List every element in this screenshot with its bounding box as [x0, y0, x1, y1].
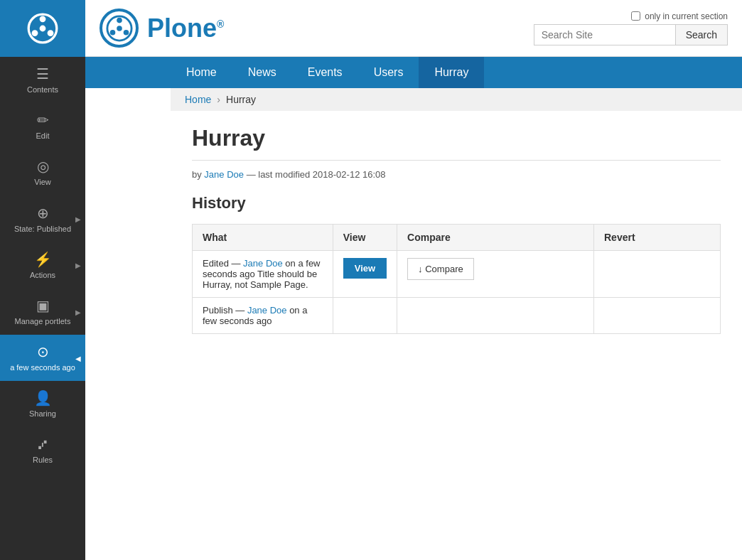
sidebar-item-history-label: a few seconds ago	[10, 363, 75, 372]
state-icon: ⊕	[37, 205, 49, 222]
nav-news[interactable]: News	[232, 57, 292, 88]
sidebar-item-history[interactable]: ⊙ a few seconds ago ◀	[0, 335, 85, 381]
sidebar-top-icon	[0, 0, 85, 57]
nav-users[interactable]: Users	[358, 57, 419, 88]
page-meta: by Jane Doe — last modified 2018-02-12 1…	[192, 169, 721, 180]
logo-icon	[100, 9, 139, 48]
row2-author-link[interactable]: Jane Doe	[247, 305, 287, 316]
nav-events[interactable]: Events	[292, 57, 358, 88]
row1-what: Edited — Jane Doe on a few seconds ago T…	[193, 251, 333, 298]
sidebar-item-rules-label: Rules	[33, 456, 53, 465]
sidebar-item-state-label: State: Published	[14, 225, 71, 234]
history-chevron-icon: ◀	[75, 354, 81, 362]
meta-author[interactable]: Jane Doe	[204, 169, 244, 180]
only-in-section-checkbox[interactable]	[631, 11, 640, 21]
sidebar-item-edit-label: Edit	[36, 131, 50, 141]
row2-what: Publish — Jane Doe on a few seconds ago	[193, 298, 333, 334]
row1-view: View	[333, 251, 397, 298]
sidebar-item-contents[interactable]: ☰ Contents	[0, 57, 85, 103]
row2-view	[333, 298, 397, 334]
page-title: Hurray	[192, 125, 721, 161]
svg-point-1	[40, 26, 46, 32]
svg-point-9	[109, 29, 115, 35]
table-row: Publish — Jane Doe on a few seconds ago	[193, 298, 721, 334]
breadcrumb-current: Hurray	[226, 94, 256, 105]
svg-point-2	[40, 16, 46, 22]
search-input-row: Search	[534, 24, 728, 45]
page-content: Hurray by Jane Doe — last modified 2018-…	[171, 111, 742, 348]
sidebar-item-view[interactable]: ◎ View	[0, 149, 85, 195]
history-icon: ⊙	[37, 343, 49, 360]
row1-author-link[interactable]: Jane Doe	[243, 258, 283, 269]
view-icon: ◎	[37, 158, 49, 175]
sidebar-item-actions[interactable]: ⚡ Actions ▶	[0, 242, 85, 289]
only-in-section-label: only in current section	[645, 11, 728, 21]
manage-portlets-icon: ▣	[36, 297, 50, 314]
edit-icon: ✏	[37, 112, 49, 129]
table-row: Edited — Jane Doe on a few seconds ago T…	[193, 251, 721, 298]
sidebar-item-view-label: View	[34, 178, 51, 187]
svg-point-7	[117, 17, 122, 23]
row2-revert	[593, 298, 720, 334]
logo-area: Plone®	[100, 9, 534, 48]
actions-icon: ⚡	[34, 251, 52, 268]
sidebar-item-sharing[interactable]: 👤 Sharing	[0, 381, 85, 427]
col-what: What	[193, 225, 333, 251]
nav-hurray[interactable]: Hurray	[419, 57, 484, 88]
topbar: Plone® only in current section Search	[85, 0, 742, 57]
main-nav: Home News Events Users Hurray	[85, 57, 742, 88]
row2-compare	[397, 298, 594, 334]
sidebar-item-state[interactable]: ⊕ State: Published ▶	[0, 196, 85, 242]
state-chevron-icon: ▶	[75, 215, 81, 223]
history-section-title: History	[192, 194, 721, 212]
svg-point-4	[32, 30, 38, 36]
sidebar-item-manage-portlets[interactable]: ▣ Manage portlets ▶	[0, 289, 85, 335]
sidebar-item-rules[interactable]: ⑇ Rules	[0, 428, 85, 473]
sidebar-item-edit[interactable]: ✏ Edit	[0, 103, 85, 149]
meta-by: by	[192, 169, 202, 180]
sidebar: ☰ Contents ✏ Edit ◎ View ⊕ State: Publis…	[0, 0, 85, 560]
contents-icon: ☰	[36, 65, 49, 82]
col-compare: Compare	[397, 225, 594, 251]
svg-point-3	[48, 30, 54, 36]
svg-point-8	[123, 29, 129, 35]
search-checkbox-row: only in current section	[631, 11, 728, 21]
breadcrumb-home[interactable]: Home	[185, 94, 211, 105]
logo-text: Plone®	[147, 14, 224, 43]
search-input[interactable]	[534, 24, 676, 45]
breadcrumb: Home › Hurray	[171, 88, 742, 111]
col-view: View	[333, 225, 397, 251]
manage-portlets-chevron-icon: ▶	[75, 308, 81, 316]
search-area: only in current section Search	[534, 11, 728, 45]
row1-compare-button[interactable]: ↓ Compare	[407, 258, 474, 280]
sharing-icon: 👤	[34, 389, 52, 406]
rules-icon: ⑇	[38, 436, 47, 453]
meta-middle: — last modified	[247, 169, 311, 180]
col-revert: Revert	[593, 225, 720, 251]
row1-revert	[593, 251, 720, 298]
row1-compare: ↓ Compare	[397, 251, 594, 298]
search-button[interactable]: Search	[676, 24, 728, 45]
sidebar-item-contents-label: Contents	[27, 85, 58, 95]
sidebar-item-manage-portlets-label: Manage portlets	[15, 317, 71, 326]
sidebar-item-sharing-label: Sharing	[29, 409, 56, 419]
breadcrumb-separator: ›	[217, 94, 220, 105]
history-table: What View Compare Revert Edited — Jane D…	[192, 224, 721, 334]
actions-chevron-icon: ▶	[75, 262, 81, 269]
sidebar-item-actions-label: Actions	[30, 271, 55, 280]
nav-home[interactable]: Home	[171, 57, 232, 88]
row1-view-button[interactable]: View	[343, 258, 387, 279]
meta-date: 2018-02-12 16:08	[313, 169, 386, 180]
svg-point-6	[117, 26, 122, 31]
